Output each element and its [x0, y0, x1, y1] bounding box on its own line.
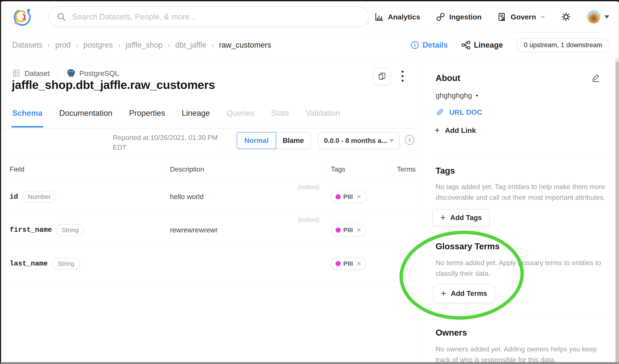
description-cell[interactable]: hello world	[170, 193, 204, 201]
add-tags-button[interactable]: + Add Tags	[432, 209, 490, 226]
remove-tag-icon[interactable]: ✕	[356, 260, 361, 267]
sidebar-divider	[432, 319, 603, 320]
version-selector-value: 0.0.0 - 8 months a...	[324, 137, 387, 145]
dropdown-caret-icon	[389, 139, 394, 142]
nav-analytics[interactable]: Analytics	[375, 12, 420, 21]
gear-icon	[561, 12, 571, 22]
top-nav: Analytics Ingestion Govern	[1, 1, 619, 32]
chevron-down-icon	[540, 15, 545, 19]
tag-label: PIII	[343, 193, 353, 200]
nav-ingestion-label: Ingestion	[449, 13, 481, 21]
schema-info-icon[interactable]: i	[405, 135, 414, 145]
tag-pill[interactable]: PIII ✕	[331, 257, 366, 270]
edited-flag: (edited)	[298, 216, 320, 223]
tab-documentation[interactable]: Documentation	[59, 109, 113, 128]
doc-link[interactable]: URL DOC	[436, 108, 482, 116]
plus-icon: +	[435, 126, 440, 135]
postgresql-icon	[66, 68, 75, 78]
entity-main-panel: Dataset PostgreSQL jaffle_shop.dbt_jaffl…	[1, 57, 422, 364]
user-menu-caret-icon	[605, 15, 609, 19]
schema-row-last-name: last_name String PIII ✕	[1, 247, 422, 281]
ingestion-icon	[436, 12, 445, 21]
plus-icon: +	[440, 213, 446, 222]
tab-validation: Validation	[306, 109, 340, 128]
breadcrumb-separator: ›	[118, 41, 120, 49]
tag-color-dot	[336, 261, 341, 266]
view-actions: Details Lineage 0 upstream, 1 downstream	[411, 32, 610, 57]
owners-empty-text: No owners added yet. Adding owners helps…	[436, 344, 607, 364]
normal-view-button[interactable]: Normal	[237, 132, 276, 149]
divider	[58, 68, 58, 78]
breadcrumb: Datasets › prod › postgres › jaffle_shop…	[12, 32, 271, 57]
version-selector[interactable]: 0.0.0 - 8 months a...	[318, 132, 400, 149]
reported-at-text: Reported at 10/26/2021, 01:30 PM EDT	[113, 133, 224, 152]
search-input[interactable]	[72, 12, 361, 22]
about-heading: About	[436, 73, 460, 83]
column-separator	[161, 162, 161, 175]
details-toggle[interactable]: Details	[411, 40, 448, 50]
column-separator	[389, 162, 389, 175]
copy-icon	[378, 72, 386, 81]
tab-schema[interactable]: Schema	[12, 109, 42, 128]
copy-urn-button[interactable]	[373, 68, 391, 85]
nav-ingestion[interactable]: Ingestion	[436, 12, 481, 21]
tabs-divider	[1, 128, 422, 129]
nav-analytics-label: Analytics	[388, 13, 420, 21]
more-options-button[interactable]	[400, 69, 405, 83]
add-terms-button[interactable]: + Add Terms	[434, 284, 495, 303]
blame-view-button[interactable]: Blame	[276, 132, 311, 149]
description-cell[interactable]: rewrewrewrewr	[170, 226, 218, 234]
edit-pencil-icon[interactable]	[591, 73, 600, 82]
lineage-label: Lineage	[474, 40, 503, 50]
glossary-terms-heading: Glossary Terms	[436, 242, 500, 251]
breadcrumb-prod[interactable]: prod	[55, 40, 70, 50]
breadcrumb-datasets[interactable]: Datasets	[12, 40, 42, 50]
breadcrumb-separator: ›	[211, 41, 214, 49]
remove-tag-icon[interactable]: ✕	[356, 193, 361, 200]
entity-sidebar: About ghghghghg • URL DOC + Add Link	[422, 57, 616, 364]
column-header-description: Description	[170, 165, 204, 173]
schema-row-id: id Number (edited) hello world PIII ✕	[1, 180, 422, 213]
tag-label: PIII	[343, 227, 353, 234]
tag-pill[interactable]: PIII ✕	[331, 190, 366, 203]
platform-label: PostgreSQL	[79, 69, 119, 78]
column-header-terms: Terms	[397, 165, 416, 173]
breadcrumb-postgres[interactable]: postgres	[83, 40, 113, 50]
breadcrumb-jaffle-shop[interactable]: jaffle_shop	[126, 40, 162, 50]
owners-heading: Owners	[436, 328, 467, 337]
glossary-empty-text: No terms added yet. Apply glossary terms…	[436, 257, 607, 279]
settings-button[interactable]	[561, 12, 571, 22]
lineage-summary-badge[interactable]: 0 upstream, 1 downstream	[517, 38, 610, 52]
info-circle-icon	[411, 41, 419, 49]
datahub-logo-icon[interactable]	[13, 7, 32, 27]
about-description[interactable]: ghghghghg •	[436, 91, 478, 100]
remove-tag-icon[interactable]: ✕	[356, 227, 361, 234]
dataset-icon	[12, 69, 20, 77]
search-icon	[57, 12, 66, 22]
tag-label: PIII	[343, 260, 353, 267]
govern-icon	[497, 12, 506, 21]
nav-govern[interactable]: Govern	[497, 12, 545, 21]
app-window: Analytics Ingestion Govern	[0, 0, 619, 364]
field-type-badge: String	[52, 258, 80, 269]
column-separator	[322, 162, 322, 175]
breadcrumb-separator: ›	[48, 41, 50, 49]
field-name: id	[10, 193, 18, 201]
tab-stats: Stats	[271, 109, 289, 128]
tab-properties[interactable]: Properties	[129, 109, 165, 128]
column-header-tags: Tags	[331, 165, 345, 173]
sidebar-divider	[432, 157, 603, 158]
add-link-button[interactable]: + Add Link	[435, 126, 476, 135]
tag-pill[interactable]: PIII ✕	[331, 224, 366, 236]
breadcrumb-current: raw_customers	[219, 40, 271, 50]
field-type-badge: Number	[22, 191, 56, 202]
edited-flag: (edited)	[298, 184, 320, 191]
user-menu[interactable]	[587, 10, 609, 24]
scrollbar-thumb[interactable]	[616, 62, 619, 362]
column-header-field: Field	[10, 165, 24, 173]
tags-heading: Tags	[436, 166, 455, 175]
breadcrumb-dbt-jaffle[interactable]: dbt_jaffle	[175, 40, 206, 50]
user-avatar[interactable]	[587, 10, 601, 24]
tab-lineage[interactable]: Lineage	[182, 109, 210, 128]
lineage-toggle[interactable]: Lineage	[462, 40, 503, 50]
